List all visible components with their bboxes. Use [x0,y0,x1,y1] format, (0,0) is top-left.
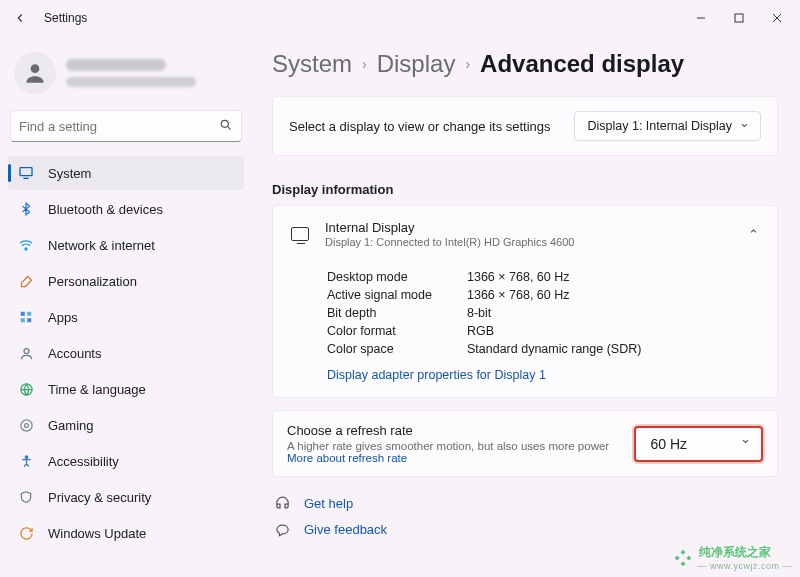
select-display-card: Select a display to view or change its s… [272,96,778,156]
apps-icon [18,309,34,325]
refresh-rate-dropdown[interactable]: 60 Hz [634,426,763,462]
maximize-button[interactable] [720,2,758,34]
breadcrumb: System › Display › Advanced display [272,50,778,78]
sidebar-item-privacy[interactable]: Privacy & security [8,480,244,514]
search-input[interactable] [19,119,219,134]
back-button[interactable] [4,2,36,34]
accessibility-icon [18,453,34,469]
minimize-button[interactable] [682,2,720,34]
sidebar-item-label: Accounts [48,346,101,361]
sidebar: System Bluetooth & devices Network & int… [0,36,248,577]
sidebar-item-personalization[interactable]: Personalization [8,264,244,298]
window-title: Settings [44,11,87,25]
close-button[interactable] [758,2,796,34]
sidebar-item-accessibility[interactable]: Accessibility [8,444,244,478]
svg-point-4 [31,64,40,73]
refresh-rate-card: Choose a refresh rate A higher rate give… [272,410,778,477]
brush-icon [18,273,34,289]
refresh-rate-desc: A higher rate gives smoother motion, but… [287,440,622,464]
sidebar-item-windows-update[interactable]: Windows Update [8,516,244,550]
sidebar-item-label: Network & internet [48,238,155,253]
info-row: Desktop mode1366 × 768, 60 Hz [327,270,759,284]
sidebar-item-label: Accessibility [48,454,119,469]
breadcrumb-display[interactable]: Display [377,50,456,78]
language-icon [18,381,34,397]
sidebar-item-label: Apps [48,310,78,325]
chevron-right-icon: › [465,56,470,72]
system-icon [18,165,34,181]
select-display-dropdown[interactable]: Display 1: Internal Display [574,111,761,141]
more-about-refresh-link[interactable]: More about refresh rate [287,452,407,464]
sidebar-item-system[interactable]: System [8,156,244,190]
info-row: Active signal mode1366 × 768, 60 Hz [327,288,759,302]
svg-line-6 [227,126,230,129]
sidebar-item-label: Bluetooth & devices [48,202,163,217]
sidebar-item-network[interactable]: Network & internet [8,228,244,262]
svg-point-14 [24,348,29,353]
info-row: Bit depth8-bit [327,306,759,320]
section-title-display-info: Display information [272,182,778,197]
sidebar-item-label: Time & language [48,382,146,397]
display-info-header[interactable]: Internal Display Display 1: Connected to… [273,206,777,262]
profile-name-redacted [66,59,166,71]
accounts-icon [18,345,34,361]
search-icon [219,118,233,135]
help-icon [274,495,290,511]
wifi-icon [18,237,34,253]
svg-rect-13 [27,318,31,322]
svg-rect-12 [21,318,25,322]
shield-icon [18,489,34,505]
sidebar-item-bluetooth[interactable]: Bluetooth & devices [8,192,244,226]
svg-rect-7 [20,168,32,176]
svg-rect-10 [21,312,25,316]
svg-point-5 [221,120,228,127]
avatar [14,52,56,94]
profile-block[interactable] [8,44,244,108]
sidebar-item-gaming[interactable]: Gaming [8,408,244,442]
chevron-up-icon: ⌃ [748,227,759,242]
monitor-icon [291,227,309,241]
sidebar-item-accounts[interactable]: Accounts [8,336,244,370]
adapter-properties-link[interactable]: Display adapter properties for Display 1 [327,368,546,382]
svg-point-9 [25,248,27,250]
refresh-rate-title: Choose a refresh rate [287,423,622,438]
sidebar-item-label: Gaming [48,418,94,433]
svg-rect-1 [735,14,743,22]
info-row: Color formatRGB [327,324,759,338]
svg-rect-11 [27,312,31,316]
bluetooth-icon [18,201,34,217]
display-subtitle: Display 1: Connected to Intel(R) HD Grap… [325,236,732,248]
gaming-icon [18,417,34,433]
sidebar-item-label: System [48,166,91,181]
display-name: Internal Display [325,220,732,235]
main-content: System › Display › Advanced display Sele… [248,36,800,577]
watermark: 纯净系统之家 — www.ycwjz.com — [673,544,792,571]
page-title: Advanced display [480,50,684,78]
svg-point-17 [24,423,28,427]
chevron-right-icon: › [362,56,367,72]
sidebar-item-time-language[interactable]: Time & language [8,372,244,406]
select-display-label: Select a display to view or change its s… [289,119,551,134]
profile-email-redacted [66,77,196,87]
search-box[interactable] [10,110,242,142]
sidebar-item-label: Windows Update [48,526,146,541]
sidebar-item-apps[interactable]: Apps [8,300,244,334]
update-icon [18,525,34,541]
info-row: Color spaceStandard dynamic range (SDR) [327,342,759,356]
svg-point-16 [20,419,31,430]
display-info-card: Internal Display Display 1: Connected to… [272,205,778,398]
sidebar-item-label: Personalization [48,274,137,289]
feedback-icon [274,521,290,537]
give-feedback-link[interactable]: Give feedback [274,521,776,537]
breadcrumb-system[interactable]: System [272,50,352,78]
svg-point-18 [25,455,28,458]
sidebar-item-label: Privacy & security [48,490,151,505]
get-help-link[interactable]: Get help [274,495,776,511]
